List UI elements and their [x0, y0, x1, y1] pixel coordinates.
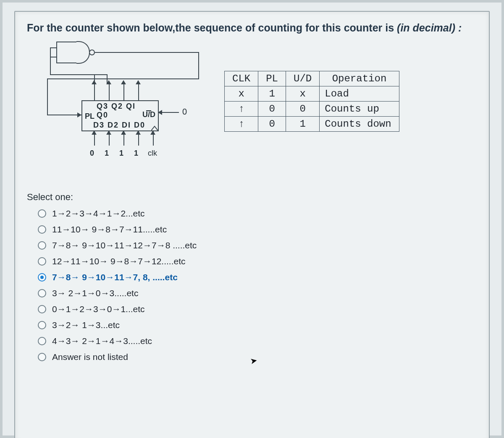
- tt-header: Operation: [320, 71, 399, 86]
- counter-chip: Q3 Q2 QI Q0 PL U/D D3 D2 DI D0: [81, 100, 159, 131]
- radio-icon[interactable]: [38, 209, 46, 218]
- option-label: 3→2→ 1→3...etc: [52, 320, 120, 330]
- option-7[interactable]: 3→2→ 1→3...etc: [38, 320, 477, 330]
- tt-cell: 0: [258, 117, 286, 132]
- chip-ud-label: U/D: [142, 110, 155, 119]
- options-list: 1→2→3→4→1→2...etc11→10→ 9→8→7→11.....etc…: [38, 209, 477, 362]
- option-label: 1→2→3→4→1→2...etc: [52, 209, 145, 219]
- radio-icon[interactable]: [38, 305, 46, 313]
- tt-cell: 1: [286, 117, 320, 132]
- diagram-row: Q3 Q2 QI Q0 PL U/D D3 D2 DI D0 0: [27, 42, 477, 176]
- option-8[interactable]: 4→3→ 2→1→4→3.....etc: [38, 336, 477, 346]
- clk-edge-icon: [151, 125, 158, 130]
- radio-icon[interactable]: [38, 353, 46, 361]
- tt-cell: x: [225, 86, 258, 102]
- tt-cell: 0: [286, 102, 320, 117]
- tt-cell: ↑: [225, 102, 258, 117]
- select-one-label: Select one:: [27, 192, 477, 203]
- truth-table: CLK PL U/D Operation x 1 x Load ↑ 0: [224, 71, 399, 132]
- circuit-diagram: Q3 Q2 QI Q0 PL U/D D3 D2 DI D0 0: [27, 42, 212, 176]
- chip-inputs-label: D3 D2 DI D0: [93, 121, 148, 130]
- option-4[interactable]: 7→8→ 9→10→11→7, 8, .....etc: [38, 272, 477, 282]
- tt-cell: Counts down: [320, 117, 399, 132]
- radio-icon[interactable]: [38, 273, 46, 282]
- tt-cell: Load: [320, 86, 399, 102]
- option-3[interactable]: 12→11→10→ 9→8→7→12.....etc: [38, 256, 477, 266]
- ud-value: 0: [182, 107, 187, 117]
- option-label: 7→8→ 9→10→11→12→7→8 .....etc: [52, 240, 197, 250]
- option-label: 4→3→ 2→1→4→3.....etc: [52, 336, 152, 346]
- chip-pl-label: PL: [85, 112, 94, 121]
- question-italic: (in decimal) :: [397, 22, 462, 34]
- chip-outputs-label: Q3 Q2 QI Q0: [97, 102, 147, 120]
- tt-header: U/D: [286, 71, 320, 86]
- clk-label: clk: [148, 149, 157, 158]
- radio-icon[interactable]: [38, 289, 46, 297]
- tt-cell: x: [286, 86, 320, 102]
- radio-icon[interactable]: [38, 225, 46, 234]
- tt-header: PL: [258, 71, 286, 86]
- radio-icon[interactable]: [38, 337, 46, 345]
- option-label: 0→1→2→3→0→1...etc: [52, 304, 145, 314]
- option-label: 12→11→10→ 9→8→7→12.....etc: [52, 256, 186, 266]
- radio-icon[interactable]: [38, 257, 46, 266]
- option-label: 11→10→ 9→8→7→11.....etc: [52, 224, 167, 235]
- tt-header: CLK: [225, 71, 258, 86]
- truth-table-grid: CLK PL U/D Operation x 1 x Load ↑ 0: [224, 71, 399, 132]
- option-label: 7→8→ 9→10→11→7, 8, .....etc: [52, 272, 178, 282]
- question-text: For the counter shown below,the sequence…: [27, 22, 477, 34]
- question-prefix: For the counter shown below,the sequence…: [27, 22, 397, 34]
- page-root: For the counter shown below,the sequence…: [0, 0, 504, 438]
- d-values: 0 1 1 1: [90, 149, 142, 158]
- tt-cell: ↑: [225, 117, 258, 132]
- tt-cell: 0: [258, 102, 286, 117]
- option-6[interactable]: 0→1→2→3→0→1...etc: [38, 304, 477, 314]
- option-5[interactable]: 3→ 2→1→0→3.....etc: [38, 288, 477, 298]
- option-2[interactable]: 7→8→ 9→10→11→12→7→8 .....etc: [38, 240, 477, 250]
- nand-gate-icon: [56, 42, 90, 63]
- option-1[interactable]: 11→10→ 9→8→7→11.....etc: [38, 224, 477, 235]
- radio-icon[interactable]: [38, 321, 46, 329]
- radio-icon[interactable]: [38, 241, 46, 250]
- option-0[interactable]: 1→2→3→4→1→2...etc: [38, 209, 477, 219]
- option-label: 3→ 2→1→0→3.....etc: [52, 288, 138, 298]
- option-label: Answer is not listed: [52, 352, 128, 362]
- tt-cell: Counts up: [320, 102, 399, 117]
- question-card: For the counter shown below,the sequence…: [14, 11, 490, 438]
- tt-cell: 1: [258, 86, 286, 102]
